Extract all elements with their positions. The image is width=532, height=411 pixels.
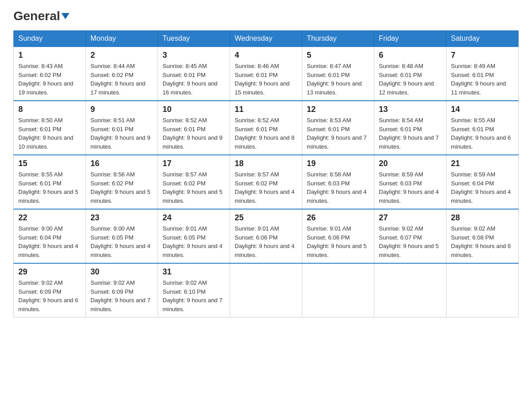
header-saturday: Saturday [446,31,519,47]
day-number: 18 [235,159,297,168]
calendar-cell: 15Sunrise: 8:55 AMSunset: 6:01 PMDayligh… [14,155,86,209]
day-info: Sunrise: 8:54 AMSunset: 6:01 PMDaylight:… [379,116,442,151]
day-number: 23 [90,213,153,223]
day-number: 7 [451,51,514,60]
day-number: 2 [90,51,153,60]
day-info: Sunrise: 9:00 AMSunset: 6:04 PMDaylight:… [18,224,81,259]
calendar-cell: 14Sunrise: 8:55 AMSunset: 6:01 PMDayligh… [446,101,519,155]
calendar-cell: 25Sunrise: 9:01 AMSunset: 6:06 PMDayligh… [230,209,302,263]
calendar-cell: 19Sunrise: 8:58 AMSunset: 6:03 PMDayligh… [302,155,374,209]
day-info: Sunrise: 8:55 AMSunset: 6:01 PMDaylight:… [18,170,81,205]
calendar-cell: 26Sunrise: 9:01 AMSunset: 6:06 PMDayligh… [302,209,374,263]
day-number: 8 [18,105,81,114]
calendar-cell: 7Sunrise: 8:49 AMSunset: 6:01 PMDaylight… [446,47,519,101]
calendar-cell: 6Sunrise: 8:48 AMSunset: 6:01 PMDaylight… [374,47,446,101]
header-thursday: Thursday [302,31,374,47]
day-number: 29 [18,267,81,277]
day-number: 21 [451,159,514,168]
day-info: Sunrise: 8:50 AMSunset: 6:01 PMDaylight:… [18,116,81,151]
calendar-cell: 17Sunrise: 8:57 AMSunset: 6:02 PMDayligh… [158,155,230,209]
day-number: 9 [90,105,153,114]
day-info: Sunrise: 8:56 AMSunset: 6:02 PMDaylight:… [90,170,153,205]
calendar-cell: 11Sunrise: 8:52 AMSunset: 6:01 PMDayligh… [230,101,302,155]
day-info: Sunrise: 9:01 AMSunset: 6:06 PMDaylight:… [235,224,297,259]
day-info: Sunrise: 9:02 AMSunset: 6:07 PMDaylight:… [379,224,442,259]
calendar-cell: 1Sunrise: 8:43 AMSunset: 6:02 PMDaylight… [14,47,86,101]
day-info: Sunrise: 8:44 AMSunset: 6:02 PMDaylight:… [90,62,153,97]
day-info: Sunrise: 8:47 AMSunset: 6:01 PMDaylight:… [307,62,369,97]
calendar-cell: 9Sunrise: 8:51 AMSunset: 6:01 PMDaylight… [86,101,158,155]
day-info: Sunrise: 8:46 AMSunset: 6:01 PMDaylight:… [235,62,297,97]
day-info: Sunrise: 8:52 AMSunset: 6:01 PMDaylight:… [163,116,225,151]
day-number: 10 [163,105,225,114]
calendar-cell [446,263,519,317]
day-number: 15 [18,159,81,168]
header-monday: Monday [86,31,158,47]
day-info: Sunrise: 9:02 AMSunset: 6:09 PMDaylight:… [90,278,153,313]
header-wednesday: Wednesday [230,31,302,47]
day-number: 27 [379,213,442,223]
day-number: 3 [163,51,225,60]
day-info: Sunrise: 9:02 AMSunset: 6:09 PMDaylight:… [18,278,81,313]
day-number: 4 [235,51,297,60]
day-info: Sunrise: 8:52 AMSunset: 6:01 PMDaylight:… [235,116,297,151]
day-info: Sunrise: 8:57 AMSunset: 6:02 PMDaylight:… [235,170,297,205]
day-info: Sunrise: 9:01 AMSunset: 6:06 PMDaylight:… [307,224,369,259]
calendar-cell: 10Sunrise: 8:52 AMSunset: 6:01 PMDayligh… [158,101,230,155]
week-row-4: 22Sunrise: 9:00 AMSunset: 6:04 PMDayligh… [14,209,519,263]
week-row-1: 1Sunrise: 8:43 AMSunset: 6:02 PMDaylight… [14,47,519,101]
day-number: 17 [163,159,225,168]
day-info: Sunrise: 8:51 AMSunset: 6:01 PMDaylight:… [90,116,153,151]
header-tuesday: Tuesday [158,31,230,47]
day-number: 16 [90,159,153,168]
day-number: 30 [90,267,153,277]
day-number: 1 [18,51,81,60]
day-info: Sunrise: 8:58 AMSunset: 6:03 PMDaylight:… [307,170,369,205]
day-number: 20 [379,159,442,168]
calendar-cell: 24Sunrise: 9:01 AMSunset: 6:05 PMDayligh… [158,209,230,263]
calendar-cell: 3Sunrise: 8:45 AMSunset: 6:01 PMDaylight… [158,47,230,101]
page-header: General [13,9,519,21]
day-info: Sunrise: 8:55 AMSunset: 6:01 PMDaylight:… [451,116,514,151]
week-row-5: 29Sunrise: 9:02 AMSunset: 6:09 PMDayligh… [14,263,519,317]
day-info: Sunrise: 9:01 AMSunset: 6:05 PMDaylight:… [163,224,225,259]
days-of-week-row: Sunday Monday Tuesday Wednesday Thursday… [14,31,519,47]
calendar-cell [302,263,374,317]
logo-general-text: General [13,9,69,23]
calendar-cell: 12Sunrise: 8:53 AMSunset: 6:01 PMDayligh… [302,101,374,155]
calendar-cell: 29Sunrise: 9:02 AMSunset: 6:09 PMDayligh… [14,263,86,317]
day-number: 5 [307,51,369,60]
day-number: 12 [307,105,369,114]
day-number: 24 [163,213,225,223]
day-number: 22 [18,213,81,223]
calendar-cell [230,263,302,317]
day-info: Sunrise: 8:59 AMSunset: 6:03 PMDaylight:… [379,170,442,205]
calendar-cell: 8Sunrise: 8:50 AMSunset: 6:01 PMDaylight… [14,101,86,155]
day-number: 26 [307,213,369,223]
day-number: 19 [307,159,369,168]
calendar-cell: 23Sunrise: 9:00 AMSunset: 6:05 PMDayligh… [86,209,158,263]
calendar-cell: 13Sunrise: 8:54 AMSunset: 6:01 PMDayligh… [374,101,446,155]
calendar-cell: 4Sunrise: 8:46 AMSunset: 6:01 PMDaylight… [230,47,302,101]
week-row-3: 15Sunrise: 8:55 AMSunset: 6:01 PMDayligh… [14,155,519,209]
logo: General [13,9,69,21]
day-info: Sunrise: 8:49 AMSunset: 6:01 PMDaylight:… [451,62,514,97]
calendar-cell: 28Sunrise: 9:02 AMSunset: 6:08 PMDayligh… [446,209,519,263]
day-info: Sunrise: 8:45 AMSunset: 6:01 PMDaylight:… [163,62,225,97]
day-number: 6 [379,51,442,60]
day-info: Sunrise: 8:43 AMSunset: 6:02 PMDaylight:… [18,62,81,97]
day-number: 11 [235,105,297,114]
calendar-cell: 5Sunrise: 8:47 AMSunset: 6:01 PMDaylight… [302,47,374,101]
header-sunday: Sunday [14,31,86,47]
header-friday: Friday [374,31,446,47]
day-number: 31 [163,267,225,277]
day-info: Sunrise: 9:00 AMSunset: 6:05 PMDaylight:… [90,224,153,259]
calendar-cell: 21Sunrise: 8:59 AMSunset: 6:04 PMDayligh… [446,155,519,209]
day-number: 28 [451,213,514,223]
day-number: 14 [451,105,514,114]
calendar-cell: 18Sunrise: 8:57 AMSunset: 6:02 PMDayligh… [230,155,302,209]
calendar-cell [374,263,446,317]
calendar-table: Sunday Monday Tuesday Wednesday Thursday… [13,30,519,317]
logo-triangle-icon [61,13,69,19]
day-info: Sunrise: 8:57 AMSunset: 6:02 PMDaylight:… [163,170,225,205]
